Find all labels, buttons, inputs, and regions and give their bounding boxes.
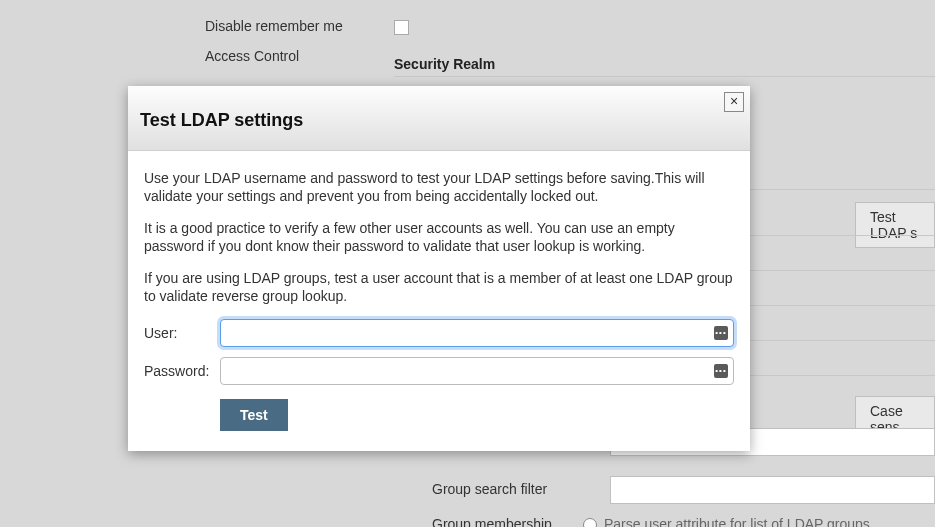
dialog-intro-text-3: If you are using LDAP groups, test a use… bbox=[144, 269, 734, 305]
password-input[interactable] bbox=[220, 357, 734, 385]
close-icon[interactable]: × bbox=[724, 92, 744, 112]
user-label: User: bbox=[144, 325, 220, 341]
group-membership-label: Group membership bbox=[432, 516, 552, 527]
dialog-intro-text-2: It is a good practice to verify a few ot… bbox=[144, 219, 734, 255]
group-membership-radio[interactable] bbox=[583, 518, 597, 527]
autofill-icon[interactable]: ••• bbox=[714, 326, 728, 340]
password-label: Password: bbox=[144, 363, 220, 379]
group-search-filter-label: Group search filter bbox=[432, 481, 547, 497]
test-ldap-settings-button[interactable]: Test LDAP s bbox=[855, 202, 935, 248]
test-button[interactable]: Test bbox=[220, 399, 288, 431]
group-membership-radio-label: Parse user attribute for list of LDAP gr… bbox=[604, 516, 870, 527]
user-input[interactable] bbox=[220, 319, 734, 347]
divider-line bbox=[394, 76, 935, 77]
dialog-intro-text-1: Use your LDAP username and password to t… bbox=[144, 169, 734, 205]
dialog-body: Use your LDAP username and password to t… bbox=[128, 151, 750, 451]
password-row: Password: ••• bbox=[144, 357, 734, 385]
group-search-filter-input[interactable] bbox=[610, 476, 935, 504]
test-ldap-settings-dialog: Test LDAP settings × Use your LDAP usern… bbox=[128, 86, 750, 451]
dialog-title: Test LDAP settings bbox=[140, 110, 303, 131]
security-realm-heading: Security Realm bbox=[394, 56, 495, 72]
dialog-header: Test LDAP settings × bbox=[128, 86, 750, 151]
access-control-label: Access Control bbox=[205, 48, 299, 64]
user-row: User: ••• bbox=[144, 319, 734, 347]
disable-remember-me-label: Disable remember me bbox=[205, 18, 343, 34]
disable-remember-me-checkbox[interactable] bbox=[394, 20, 409, 35]
autofill-icon[interactable]: ••• bbox=[714, 364, 728, 378]
